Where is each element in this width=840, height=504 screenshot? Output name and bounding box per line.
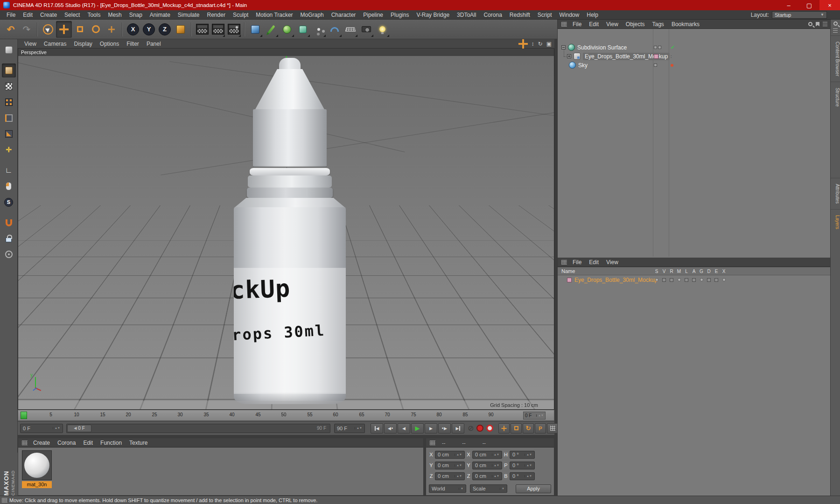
vp-menu-display[interactable]: Display (70, 41, 96, 47)
compositing-tag-icon[interactable] (654, 63, 658, 67)
tab-attributes[interactable]: Attributes (831, 178, 840, 209)
column-x[interactable]: X (720, 269, 728, 274)
record-keyframe-button[interactable] (476, 425, 483, 432)
viewport-toggle-icon[interactable]: ▣ (546, 41, 552, 47)
generators-cell[interactable] (698, 278, 705, 282)
menu-edit[interactable]: Edit (19, 12, 36, 18)
next-key-button[interactable]: ▶ (438, 423, 451, 434)
spinner-icon[interactable]: ▲▼ (525, 475, 532, 477)
size-x-field[interactable]: 0 cm▲▼ (472, 451, 502, 459)
search-icon[interactable] (808, 22, 812, 26)
rotation-header[interactable]: -- (478, 440, 498, 446)
viewport-camera-label[interactable]: Perspective (21, 49, 47, 55)
redo-button[interactable]: ↷ (19, 21, 35, 38)
spinner-icon[interactable]: ▲▼ (455, 454, 462, 456)
deformers-cell[interactable] (705, 278, 713, 282)
current-frame-field[interactable]: 0 F ▲▼ (20, 424, 63, 433)
rot-b-field[interactable]: 0 °▲▼ (510, 472, 535, 480)
position-key-toggle[interactable] (498, 423, 510, 434)
autokey-button[interactable] (486, 425, 493, 432)
spinner-icon[interactable]: ▲▼ (536, 414, 544, 417)
menu-plugins[interactable]: Plugins (387, 12, 413, 18)
column-v[interactable]: V (660, 269, 668, 274)
end-frame-field[interactable]: 90 F ▲▼ (334, 424, 365, 433)
lock-z-axis-button[interactable]: Z (157, 21, 173, 38)
viewport-pan-icon[interactable] (518, 39, 528, 49)
menu-animate[interactable]: Animate (146, 12, 174, 18)
layer-row[interactable]: Eye_Drops_Bottle_30ml_Mockup (558, 275, 830, 284)
parameter-key-toggle[interactable]: P (535, 423, 546, 434)
menu-mesh[interactable]: Mesh (104, 12, 125, 18)
material-tag-icon[interactable] (654, 54, 659, 59)
add-environment-button[interactable] (343, 21, 358, 38)
goto-end-button[interactable]: ▶ (452, 423, 464, 434)
render-settings-button[interactable] (226, 21, 242, 38)
enable-axis-button[interactable]: ✛ (2, 143, 16, 157)
add-light-button[interactable] (374, 21, 390, 38)
texture-mode-button[interactable] (2, 79, 16, 93)
rot-p-field[interactable]: 0 °▲▼ (510, 462, 535, 469)
menu-mograph[interactable]: MoGraph (297, 12, 328, 18)
column-e[interactable]: E (713, 269, 720, 274)
om-menu-tags[interactable]: Tags (649, 21, 668, 28)
vp-menu-view[interactable]: View (21, 41, 40, 47)
ruler-frame-field[interactable]: 0 F ▲▼ (523, 412, 546, 420)
menu-3dtoall[interactable]: 3DToAll (453, 12, 480, 18)
position-header[interactable]: -- (437, 440, 457, 446)
expand-icon[interactable] (567, 54, 571, 58)
eye-drops-bottle-model[interactable]: ckUp rops 30ml (234, 58, 346, 404)
spinner-icon[interactable]: ▲▼ (355, 427, 362, 429)
drag-handle-icon[interactable] (561, 260, 567, 265)
pos-z-field[interactable]: 0 cm▲▼ (435, 472, 465, 480)
render-view-button[interactable] (194, 21, 210, 38)
scale-tool-button[interactable] (72, 21, 88, 38)
goto-start-button[interactable]: ◀ (371, 423, 383, 434)
last-tool-button[interactable] (104, 21, 119, 38)
xref-cell[interactable] (720, 278, 728, 282)
spinner-icon[interactable]: ▲▼ (492, 454, 499, 456)
object-name[interactable]: Subdivision Surface (577, 44, 627, 51)
menu-select[interactable]: Select (61, 12, 84, 18)
pla-key-toggle[interactable] (547, 423, 558, 434)
spinner-icon[interactable]: ▲▼ (53, 427, 60, 429)
view-cell[interactable] (660, 278, 668, 282)
undo-button[interactable]: ↶ (3, 21, 19, 38)
size-z-field[interactable]: 0 cm▲▼ (472, 472, 502, 480)
om-menu-objects[interactable]: Objects (622, 21, 649, 28)
world-select[interactable]: World▼ (429, 484, 466, 493)
om-menu-view[interactable]: View (602, 21, 622, 28)
tag-dot-icon[interactable] (671, 64, 673, 67)
menu-file[interactable]: File (3, 12, 19, 18)
add-simulation-button[interactable] (311, 21, 327, 38)
timeline-slider[interactable]: ◀ 0 F 90 F (66, 424, 330, 433)
drag-handle-icon[interactable] (22, 441, 28, 445)
menu-render[interactable]: Render (203, 12, 229, 18)
pos-x-field[interactable]: 0 cm▲▼ (435, 451, 465, 459)
add-generator-button[interactable] (279, 21, 295, 38)
column-a[interactable]: A (690, 269, 698, 274)
render-picture-viewer-button[interactable] (210, 21, 226, 38)
column-d[interactable]: D (705, 269, 713, 274)
snap-settings-button[interactable]: S (2, 195, 16, 209)
viewport-canvas[interactable]: Perspective ckUp rops 30ml (18, 49, 554, 410)
lp-menu-edit[interactable]: Edit (585, 259, 602, 266)
size-header[interactable]: -- (457, 440, 477, 446)
spinner-icon[interactable]: ▲▼ (455, 475, 462, 477)
menu-snap[interactable]: Snap (126, 12, 146, 18)
disabled-record-icon[interactable]: ⊘ (468, 424, 474, 433)
workplane-mode-button[interactable] (2, 247, 16, 261)
tab-structure[interactable]: Structure (831, 82, 840, 112)
scale-select[interactable]: Scale▼ (470, 484, 507, 493)
drag-handle-icon[interactable] (430, 441, 435, 445)
om-menu-edit[interactable]: Edit (585, 21, 602, 28)
search-icon[interactable] (833, 21, 838, 26)
menu-simulate[interactable]: Simulate (174, 12, 203, 18)
add-mograph-button[interactable] (295, 21, 311, 38)
edges-mode-button[interactable] (2, 111, 16, 125)
menu-vray-bridge[interactable]: V-Ray Bridge (413, 12, 453, 18)
add-spline-button[interactable] (263, 21, 279, 38)
object-row-eye-drops-bottle[interactable]: Eye_Drops_Bottle_30ml_Mockup : (558, 52, 830, 61)
object-name[interactable]: Sky (578, 62, 588, 69)
vp-menu-filter[interactable]: Filter (123, 41, 143, 47)
close-button[interactable]: × (819, 0, 840, 10)
